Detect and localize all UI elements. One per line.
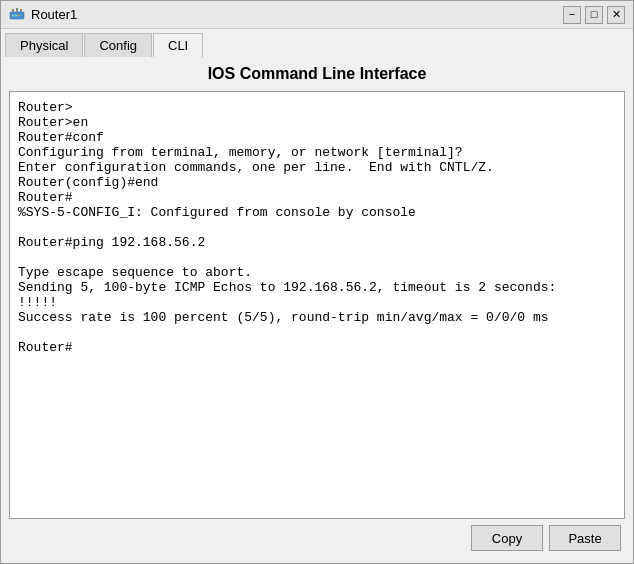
paste-button[interactable]: Paste <box>549 525 621 551</box>
tab-cli[interactable]: CLI <box>153 33 203 58</box>
cli-heading: IOS Command Line Interface <box>9 65 625 83</box>
svg-rect-5 <box>16 8 18 12</box>
maximize-button[interactable]: □ <box>585 6 603 24</box>
tab-physical[interactable]: Physical <box>5 33 83 57</box>
title-bar: Router1 − □ ✕ <box>1 1 633 29</box>
terminal-wrapper <box>9 91 625 519</box>
content-area: IOS Command Line Interface Copy Paste <box>1 57 633 563</box>
svg-point-3 <box>18 14 20 16</box>
main-window: Router1 − □ ✕ Physical Config CLI IOS Co… <box>0 0 634 564</box>
router-icon <box>9 7 25 23</box>
title-bar-left: Router1 <box>9 7 77 23</box>
copy-button[interactable]: Copy <box>471 525 543 551</box>
tab-bar: Physical Config CLI <box>1 29 633 57</box>
terminal-output[interactable] <box>10 92 624 518</box>
window-title: Router1 <box>31 7 77 22</box>
close-button[interactable]: ✕ <box>607 6 625 24</box>
svg-rect-4 <box>12 9 14 12</box>
tab-config[interactable]: Config <box>84 33 152 57</box>
title-controls: − □ ✕ <box>563 6 625 24</box>
svg-point-1 <box>12 14 14 16</box>
svg-rect-6 <box>20 9 22 12</box>
svg-point-2 <box>15 14 17 16</box>
button-bar: Copy Paste <box>9 519 625 555</box>
minimize-button[interactable]: − <box>563 6 581 24</box>
